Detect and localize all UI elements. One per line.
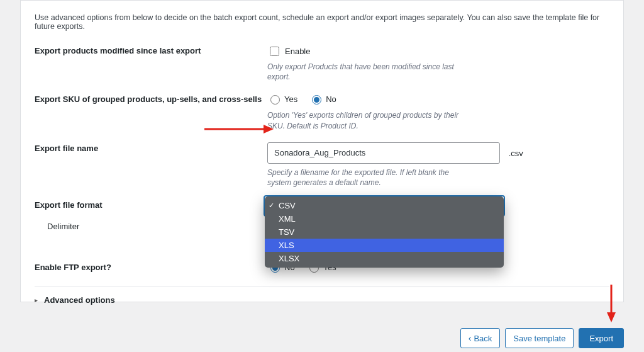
label-ftp: Enable FTP export? <box>35 261 267 272</box>
advanced-options-row[interactable]: ▸ Advanced options <box>35 286 609 305</box>
save-template-label: Save template <box>513 334 565 343</box>
label-sku: Export SKU of grouped products, up-sells… <box>35 93 267 104</box>
enable-checkbox[interactable] <box>270 47 279 56</box>
field-filename: .csv Specify a filename for the exported… <box>267 142 609 188</box>
filename-ext: .csv <box>509 149 523 158</box>
footer-bar: ‹ Back Save template Export <box>460 328 624 348</box>
filename-input[interactable] <box>267 142 500 164</box>
sku-yes-text: Yes <box>284 94 297 104</box>
field-modified: Enable Only export Products that have be… <box>267 45 609 82</box>
save-template-button[interactable]: Save template <box>505 328 574 348</box>
format-option-xlsx-label: XLSX <box>279 254 299 263</box>
svg-marker-3 <box>607 312 616 322</box>
field-sku: Yes No Option 'Yes' exports children of … <box>267 93 609 130</box>
back-button[interactable]: ‹ Back <box>460 328 501 348</box>
helper-filename: Specify a filename for the exported file… <box>267 167 475 188</box>
format-option-tsv[interactable]: TSV <box>265 225 504 239</box>
row-sku: Export SKU of grouped products, up-sells… <box>35 93 609 130</box>
row-modified: Export products modified since last expo… <box>35 45 609 82</box>
helper-sku: Option 'Yes' exports children of grouped… <box>267 110 475 130</box>
export-advanced-panel: Use advanced options from below to decid… <box>20 0 624 302</box>
format-dropdown[interactable]: ✓ CSV XML TSV XLS XLSX <box>265 196 504 268</box>
sku-no-text: No <box>326 94 336 104</box>
label-format: Export file format <box>35 199 267 210</box>
sku-radios: Yes No <box>267 93 336 105</box>
sku-no-radio[interactable] <box>312 95 321 105</box>
sku-no-label[interactable]: No <box>309 93 336 105</box>
format-option-xlsx[interactable]: XLSX <box>265 252 504 265</box>
sku-yes-radio[interactable] <box>270 95 280 105</box>
format-option-csv[interactable]: ✓ CSV <box>265 199 504 212</box>
advanced-options-label: Advanced options <box>44 295 115 305</box>
back-button-label: Back <box>474 334 492 343</box>
format-option-xml[interactable]: XML <box>265 212 504 225</box>
intro-text: Use advanced options from below to decid… <box>35 13 609 31</box>
sku-yes-label[interactable]: Yes <box>267 93 297 105</box>
label-delimiter: Delimiter <box>35 220 267 231</box>
enable-checkbox-label[interactable]: Enable <box>267 45 310 58</box>
format-option-xls-label: XLS <box>279 241 294 250</box>
row-format: Export file format ✓ CSV XML TSV XLS XLS <box>35 199 609 217</box>
export-button[interactable]: Export <box>579 328 624 348</box>
chevron-left-icon: ‹ <box>469 334 472 343</box>
format-option-xls[interactable]: XLS <box>265 239 504 252</box>
label-modified: Export products modified since last expo… <box>35 45 267 55</box>
field-format: ✓ CSV XML TSV XLS XLSX <box>267 199 609 217</box>
check-icon: ✓ <box>269 202 274 209</box>
helper-modified: Only export Products that have been modi… <box>267 62 475 82</box>
format-option-csv-label: CSV <box>279 201 296 210</box>
label-filename: Export file name <box>35 142 267 153</box>
row-filename: Export file name .csv Specify a filename… <box>35 142 609 188</box>
format-option-xml-label: XML <box>279 214 296 224</box>
caret-right-icon: ▸ <box>35 297 38 304</box>
enable-text: Enable <box>285 47 310 56</box>
format-option-tsv-label: TSV <box>279 227 294 237</box>
export-button-label: Export <box>589 334 613 343</box>
